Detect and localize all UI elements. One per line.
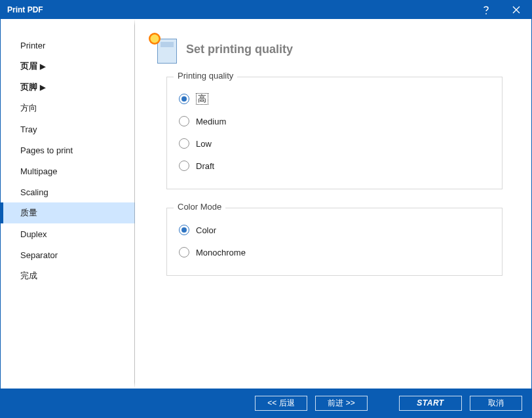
radio-label: Monochrome — [196, 248, 246, 257]
sidebar: Printer页眉▶页脚▶方向TrayPages to printMultipa… — [1, 19, 135, 389]
chevron-right-icon: ▶ — [40, 62, 45, 71]
sidebar-item-4[interactable]: Tray — [1, 119, 135, 140]
sidebar-item-label: Duplex — [20, 229, 47, 239]
sidebar-item-11[interactable]: 完成 — [1, 265, 135, 286]
sidebar-item-label: 方向 — [20, 102, 37, 114]
sidebar-item-6[interactable]: Multipage — [1, 161, 135, 181]
quality-radio-1[interactable]: Medium — [179, 110, 490, 132]
quality-radio-3[interactable]: Draft — [179, 155, 490, 177]
sidebar-item-label: 质量 — [20, 207, 37, 219]
content-area: Printer页眉▶页脚▶方向TrayPages to printMultipa… — [1, 19, 531, 389]
page-icon — [151, 35, 177, 64]
sidebar-item-1[interactable]: 页眉▶ — [1, 56, 135, 77]
sidebar-item-0[interactable]: Printer — [1, 35, 135, 56]
radio-icon — [179, 116, 189, 126]
footer: << 后退 前进 >> START 取消 — [1, 389, 531, 417]
sidebar-item-label: 页眉 — [20, 60, 37, 72]
sidebar-item-7[interactable]: Scaling — [1, 181, 135, 202]
color-mode-group: Color Mode ColorMonochrome — [166, 208, 503, 276]
sidebar-item-label: Printer — [20, 41, 45, 50]
radio-label: Color — [196, 225, 216, 235]
radio-icon — [179, 247, 189, 257]
page-title: Set printing quality — [186, 43, 293, 56]
sidebar-item-label: Tray — [20, 124, 37, 134]
help-icon — [482, 5, 490, 15]
main-panel: Set printing quality Printing quality 高M… — [135, 19, 531, 389]
sidebar-item-label: 页脚 — [20, 81, 37, 93]
main-header: Set printing quality — [151, 35, 512, 64]
title-bar: Print PDF — [1, 1, 531, 19]
next-button[interactable]: 前进 >> — [315, 396, 368, 411]
sidebar-item-9[interactable]: Duplex — [1, 223, 135, 244]
sidebar-item-3[interactable]: 方向 — [1, 98, 135, 119]
radio-label: 高 — [196, 93, 208, 105]
radio-icon — [179, 94, 189, 104]
radio-label: Medium — [196, 117, 226, 126]
help-button[interactable] — [471, 1, 501, 19]
radio-label: Low — [196, 139, 212, 149]
sidebar-item-label: Separator — [20, 250, 58, 260]
close-button[interactable] — [501, 1, 531, 19]
sidebar-item-10[interactable]: Separator — [1, 244, 135, 265]
radio-label: Draft — [196, 161, 214, 171]
window-title: Print PDF — [7, 5, 471, 14]
radio-icon — [179, 225, 189, 235]
color-radio-1[interactable]: Monochrome — [179, 241, 490, 263]
sidebar-item-5[interactable]: Pages to print — [1, 140, 135, 161]
printing-quality-legend: Printing quality — [174, 71, 237, 81]
sidebar-item-label: Scaling — [20, 187, 48, 197]
sidebar-item-8[interactable]: 质量 — [1, 202, 135, 223]
radio-icon — [179, 161, 189, 171]
sidebar-item-label: Pages to print — [20, 145, 73, 155]
chevron-right-icon: ▶ — [40, 83, 45, 92]
back-button[interactable]: << 后退 — [255, 396, 307, 411]
sidebar-item-2[interactable]: 页脚▶ — [1, 77, 135, 98]
sidebar-item-label: 完成 — [20, 270, 37, 282]
svg-point-0 — [485, 13, 487, 14]
sidebar-item-label: Multipage — [20, 166, 57, 176]
color-mode-legend: Color Mode — [174, 202, 225, 212]
quality-radio-0[interactable]: 高 — [179, 88, 490, 110]
color-radio-0[interactable]: Color — [179, 219, 490, 241]
close-icon — [512, 6, 520, 14]
cancel-button[interactable]: 取消 — [470, 396, 522, 411]
radio-icon — [179, 138, 189, 149]
quality-radio-2[interactable]: Low — [179, 132, 490, 155]
start-button[interactable]: START — [399, 396, 462, 411]
printing-quality-group: Printing quality 高MediumLowDraft — [166, 77, 503, 189]
